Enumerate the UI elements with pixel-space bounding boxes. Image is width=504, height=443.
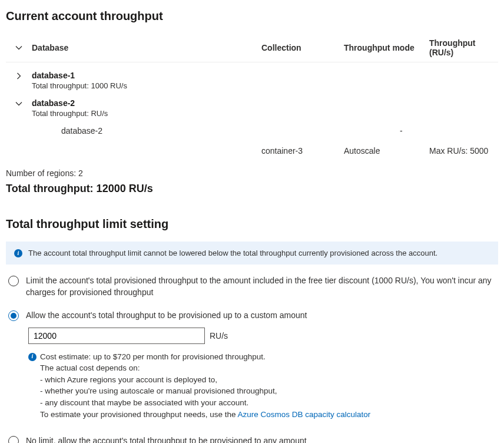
capacity-calculator-link[interactable]: Azure Cosmos DB capacity calculator bbox=[237, 410, 370, 419]
cost-depends-label: The actual cost depends on: bbox=[40, 362, 498, 374]
chevron-down-icon bbox=[15, 100, 22, 107]
database-throughput-summary: Total throughput: 1000 RU/s bbox=[32, 81, 261, 90]
cost-bullet: - any discount that maybe be associated … bbox=[40, 397, 498, 409]
radio-icon bbox=[8, 436, 19, 443]
database-throughput-summary: Total throughput: RU/s bbox=[32, 109, 261, 118]
radio-option-custom[interactable]: Allow the account's total throughput to … bbox=[8, 310, 498, 322]
header-collection: Collection bbox=[261, 43, 344, 52]
container-row: container-3 Autoscale Max RU/s: 5000 bbox=[6, 143, 498, 159]
header-throughput: Throughput (RU/s) bbox=[429, 38, 498, 57]
custom-throughput-input[interactable] bbox=[28, 328, 205, 344]
radio-option-free-tier[interactable]: Limit the account's total provisioned th… bbox=[8, 275, 498, 298]
throughput-limit-setting-title: Total throughput limit setting bbox=[6, 217, 498, 231]
cost-estimate-block: i Cost estimate: up to $720 per month fo… bbox=[28, 351, 498, 420]
database-name: database-1 bbox=[32, 71, 261, 80]
number-of-regions: Number of regions: 2 bbox=[6, 168, 498, 178]
cost-estimate-headline: Cost estimate: up to $720 per month for … bbox=[40, 351, 266, 363]
database-row: database-1 Total throughput: 1000 RU/s bbox=[6, 62, 498, 90]
info-icon: i bbox=[14, 249, 22, 257]
expand-all-toggle[interactable] bbox=[6, 44, 32, 51]
child-database-throughput: - bbox=[400, 126, 498, 135]
throughput-limit-radio-group: Limit the account's total provisioned th… bbox=[8, 275, 498, 443]
info-icon: i bbox=[28, 353, 37, 361]
info-banner-text: The account total throughput limit canno… bbox=[28, 249, 437, 257]
header-throughput-mode: Throughput mode bbox=[344, 43, 429, 52]
current-account-throughput-title: Current account throughput bbox=[6, 9, 498, 23]
info-banner: i The account total throughput limit can… bbox=[6, 242, 498, 265]
custom-amount-block: RU/s i Cost estimate: up to $720 per mon… bbox=[28, 328, 498, 420]
radio-label: Allow the account's total throughput to … bbox=[26, 310, 307, 322]
total-throughput: Total throughput: 12000 RU/s bbox=[6, 183, 498, 195]
chevron-down-icon bbox=[15, 44, 22, 51]
custom-throughput-unit: RU/s bbox=[210, 331, 228, 340]
database-name: database-2 bbox=[32, 98, 261, 108]
cost-bullet: - whether you're using autoscale or manu… bbox=[40, 385, 498, 397]
cost-bullet: - which Azure regions your account is de… bbox=[40, 374, 498, 386]
container-name: container-3 bbox=[261, 146, 344, 156]
child-database-label: database-2 bbox=[32, 126, 232, 135]
cost-estimate-prefix: To estimate your provisioned throughput … bbox=[40, 410, 237, 419]
expand-database-2[interactable] bbox=[6, 98, 32, 107]
expand-database-1[interactable] bbox=[6, 71, 32, 80]
database-child-row: database-2 - bbox=[6, 123, 498, 139]
radio-option-no-limit[interactable]: No limit, allow the account's total thro… bbox=[8, 435, 498, 443]
radio-label: Limit the account's total provisioned th… bbox=[26, 275, 498, 298]
container-mode: Autoscale bbox=[344, 146, 429, 156]
throughput-table-header: Database Collection Throughput mode Thro… bbox=[6, 34, 498, 62]
chevron-right-icon bbox=[15, 72, 22, 80]
header-database: Database bbox=[32, 43, 261, 52]
radio-icon-selected bbox=[8, 310, 19, 321]
radio-icon bbox=[8, 276, 19, 286]
container-throughput: Max RU/s: 5000 bbox=[429, 146, 498, 156]
database-row: database-2 Total throughput: RU/s bbox=[6, 90, 498, 118]
radio-label: No limit, allow the account's total thro… bbox=[26, 435, 307, 443]
